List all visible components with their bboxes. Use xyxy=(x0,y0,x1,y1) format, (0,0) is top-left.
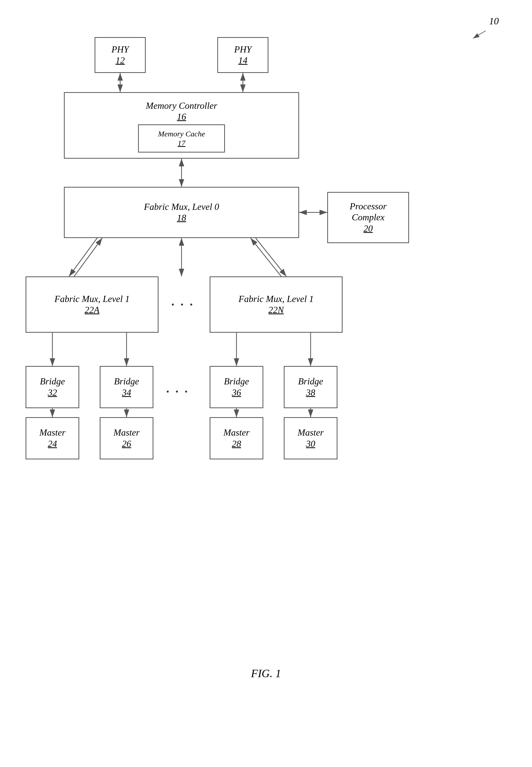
bridge32-num: 32 xyxy=(48,387,57,398)
fabric-mux-1n-num: 22N xyxy=(268,305,284,316)
fabric-mux-1n-box: Fabric Mux, Level 1 22N xyxy=(210,276,343,333)
master28-num: 28 xyxy=(232,438,241,449)
phy14-num: 14 xyxy=(238,55,247,66)
bridge34-num: 34 xyxy=(122,387,131,398)
bridge32-label: Bridge xyxy=(40,376,65,387)
bridge38-box: Bridge 38 xyxy=(284,366,337,408)
svg-line-20 xyxy=(473,31,486,38)
fabric-mux-1a-label: Fabric Mux, Level 1 xyxy=(54,294,130,305)
master24-num: 24 xyxy=(48,438,57,449)
fabric-mux-0-num: 18 xyxy=(177,213,186,224)
master30-label: Master xyxy=(298,427,324,438)
phy12-label: PHY xyxy=(111,44,129,55)
memory-controller-label: Memory Controller xyxy=(146,100,217,111)
bridge38-label: Bridge xyxy=(298,376,323,387)
master24-label: Master xyxy=(39,427,65,438)
fabric-mux-1a-box: Fabric Mux, Level 1 22A xyxy=(26,276,159,333)
bridge36-num: 36 xyxy=(232,387,241,398)
bridge34-box: Bridge 34 xyxy=(100,366,153,408)
processor-complex-num: 20 xyxy=(364,223,373,234)
svg-line-9 xyxy=(256,238,286,276)
memory-cache-num: 17 xyxy=(178,138,185,148)
phy14-box: PHY 14 xyxy=(217,37,268,73)
processor-complex-box: Processor Complex 20 xyxy=(327,192,409,243)
figure-ref-number: 10 xyxy=(489,15,499,27)
phy12-num: 12 xyxy=(116,55,125,66)
phy14-label: PHY xyxy=(234,44,252,55)
bridge34-label: Bridge xyxy=(114,376,139,387)
memory-cache-label: Memory Cache xyxy=(158,129,205,138)
master26-num: 26 xyxy=(122,438,131,449)
bridge36-box: Bridge 36 xyxy=(210,366,263,408)
fabric-mux-1n-label: Fabric Mux, Level 1 xyxy=(239,294,314,305)
bridge38-num: 38 xyxy=(306,387,315,398)
ellipsis-fabric-mux: . . . xyxy=(171,294,194,308)
fabric-mux-0-label: Fabric Mux, Level 0 xyxy=(144,202,219,213)
memory-controller-box: Memory Controller 16 Memory Cache 17 xyxy=(64,92,299,159)
fabric-mux-1a-num: 22A xyxy=(85,305,99,316)
master24-box: Master 24 xyxy=(26,417,79,459)
diagram: 10 PHY 12 PHY 14 Memory Controller 16 Me… xyxy=(0,0,532,767)
processor-complex-label: Processor Complex xyxy=(350,201,387,223)
ellipsis-bridges: . . . xyxy=(166,381,189,395)
svg-line-7 xyxy=(69,238,97,276)
master30-num: 30 xyxy=(306,438,315,449)
memory-controller-num: 16 xyxy=(177,111,186,122)
master26-label: Master xyxy=(114,427,140,438)
master30-box: Master 30 xyxy=(284,417,337,459)
phy12-box: PHY 12 xyxy=(95,37,146,73)
svg-line-10 xyxy=(251,238,281,276)
master28-label: Master xyxy=(223,427,250,438)
memory-cache-box: Memory Cache 17 xyxy=(138,124,225,152)
svg-line-8 xyxy=(74,238,102,276)
master26-box: Master 26 xyxy=(100,417,153,459)
bridge32-box: Bridge 32 xyxy=(26,366,79,408)
figure-label: FIG. 1 xyxy=(251,667,281,680)
master28-box: Master 28 xyxy=(210,417,263,459)
fabric-mux-0-box: Fabric Mux, Level 0 18 xyxy=(64,187,299,238)
bridge36-label: Bridge xyxy=(224,376,249,387)
